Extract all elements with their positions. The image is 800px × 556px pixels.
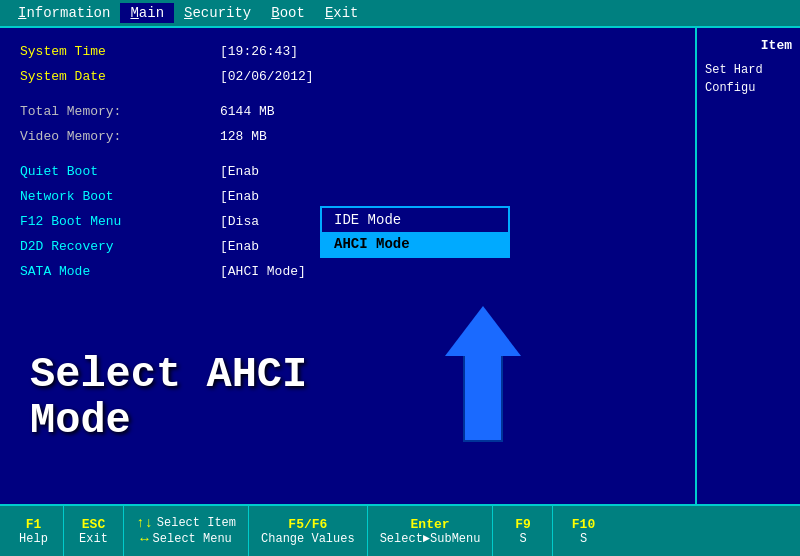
quiet-boot-value[interactable]: [Enab — [220, 164, 259, 179]
menu-main[interactable]: Main — [120, 3, 174, 23]
system-date-label: System Date — [20, 69, 220, 84]
system-time-label: System Time — [20, 44, 220, 59]
menu-security[interactable]: Security — [174, 3, 261, 23]
quiet-boot-label: Quiet Boot — [20, 164, 220, 179]
arrow-up-sym: ↑↓ — [136, 515, 153, 531]
system-date-value[interactable]: [02/06/2012] — [220, 69, 314, 84]
right-panel-text-1: Set Hard — [705, 61, 792, 79]
network-boot-value[interactable]: [Enab — [220, 189, 259, 204]
total-memory-value: 6144 MB — [220, 104, 275, 119]
status-f1-key: F1 — [26, 517, 42, 532]
status-select-menu: Select Menu — [153, 532, 232, 546]
total-memory-label: Total Memory: — [20, 104, 220, 119]
f12-boot-menu-value[interactable]: [Disa — [220, 214, 259, 229]
arrow-lr-sym: ↔ — [140, 531, 148, 547]
sata-mode-label: SATA Mode — [20, 264, 220, 279]
system-time-row: System Time [19:26:43] — [20, 44, 675, 59]
status-f9-key: F9 — [515, 517, 531, 532]
dropdown-ahci-mode[interactable]: AHCI Mode — [322, 232, 508, 256]
status-f10: F10 S — [553, 506, 613, 556]
network-boot-row: Network Boot [Enab — [20, 189, 675, 204]
status-esc-key: ESC — [82, 517, 105, 532]
menu-exit[interactable]: Exit — [315, 3, 369, 23]
sata-mode-row: SATA Mode [AHCI Mode] — [20, 264, 675, 279]
f12-boot-menu-label: F12 Boot Menu — [20, 214, 220, 229]
status-enter: Enter Select►SubMenu — [368, 506, 494, 556]
total-memory-row: Total Memory: 6144 MB — [20, 104, 675, 119]
main-content: System Time [19:26:43] System Date [02/0… — [0, 28, 800, 504]
status-f1: F1 Help — [4, 506, 64, 556]
status-enter-key: Enter — [411, 517, 450, 532]
status-f9: F9 S — [493, 506, 553, 556]
right-panel-title: Item — [705, 38, 792, 53]
status-f1-desc: Help — [19, 532, 48, 546]
sata-mode-value[interactable]: [AHCI Mode] — [220, 264, 306, 279]
status-bar: F1 Help ESC Exit ↑↓ Select Item ↔ Select… — [0, 504, 800, 556]
annotation-text: Select AHCI Mode — [30, 352, 307, 444]
video-memory-row: Video Memory: 128 MB — [20, 129, 675, 144]
status-f5f6: F5/F6 Change Values — [249, 506, 368, 556]
status-select-item: Select Item — [157, 516, 236, 530]
status-f10-key: F10 — [572, 517, 595, 532]
system-date-row: System Date [02/06/2012] — [20, 69, 675, 84]
quiet-boot-row: Quiet Boot [Enab — [20, 164, 675, 179]
menu-boot[interactable]: Boot — [261, 3, 315, 23]
dropdown-ide-mode[interactable]: IDE Mode — [322, 208, 508, 232]
right-panel-text-2: Configu — [705, 79, 792, 97]
menu-bar: Information Main Security Boot Exit — [0, 0, 800, 28]
status-enter-desc: Select►SubMenu — [380, 532, 481, 546]
network-boot-label: Network Boot — [20, 189, 220, 204]
d2d-recovery-value[interactable]: [Enab — [220, 239, 259, 254]
status-esc-desc: Exit — [79, 532, 108, 546]
system-time-value[interactable]: [19:26:43] — [220, 44, 298, 59]
right-panel: Item Set Hard Configu — [695, 28, 800, 504]
status-arrows: ↑↓ Select Item ↔ Select Menu — [124, 506, 249, 556]
status-f10-desc: S — [580, 532, 587, 546]
status-f5f6-desc: Change Values — [261, 532, 355, 546]
video-memory-label: Video Memory: — [20, 129, 220, 144]
sata-mode-dropdown[interactable]: IDE Mode AHCI Mode — [320, 206, 510, 258]
video-memory-value: 128 MB — [220, 129, 267, 144]
status-f9-desc: S — [519, 532, 526, 546]
menu-information[interactable]: Information — [8, 3, 120, 23]
status-esc: ESC Exit — [64, 506, 124, 556]
arrow-head — [445, 306, 521, 356]
arrow-shaft — [463, 352, 503, 442]
status-f5f6-key: F5/F6 — [288, 517, 327, 532]
d2d-recovery-label: D2D Recovery — [20, 239, 220, 254]
left-panel: System Time [19:26:43] System Date [02/0… — [0, 28, 695, 504]
